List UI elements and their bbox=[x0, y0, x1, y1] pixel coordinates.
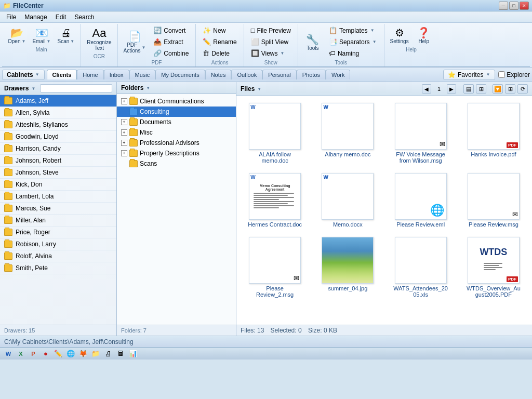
split-view-button[interactable]: ⬜ Split View bbox=[247, 36, 295, 47]
explorer-checkbox-label[interactable]: Explorer bbox=[498, 71, 530, 78]
recognize-text-button[interactable]: Aa RecognizeText bbox=[84, 25, 114, 52]
views-button[interactable]: 🔲 Views ▼ bbox=[247, 48, 295, 59]
folder-item-misc[interactable]: + Misc bbox=[117, 127, 236, 138]
drawer-item-adams-jeff[interactable]: Adams, Jeff bbox=[0, 95, 116, 107]
drawer-item-johnson-robert[interactable]: Johnson, Robert bbox=[0, 155, 116, 167]
folder-expand-professional[interactable]: + bbox=[121, 140, 127, 146]
tab-home[interactable]: Home bbox=[77, 70, 103, 79]
taskbar-calc-icon[interactable]: 🖩 bbox=[115, 349, 126, 358]
email-dropdown-arrow[interactable]: ▼ bbox=[46, 39, 51, 44]
drawers-dropdown-arrow[interactable]: ▼ bbox=[31, 86, 36, 91]
combine-button[interactable]: 🔗 Combine bbox=[150, 48, 192, 59]
rename-button[interactable]: ✏️ Rename bbox=[199, 36, 240, 47]
folder-item-consulting[interactable]: Consulting bbox=[117, 107, 236, 117]
folder-expand-documents[interactable]: + bbox=[121, 119, 127, 125]
naming-button[interactable]: 🏷 Naming bbox=[325, 48, 381, 59]
taskbar-red-icon[interactable]: ● bbox=[41, 349, 51, 358]
delete-button[interactable]: 🗑 Delete bbox=[199, 48, 240, 59]
new-button[interactable]: ✨ New bbox=[199, 25, 240, 36]
tab-photos[interactable]: Photos bbox=[297, 70, 326, 79]
tab-outlook[interactable]: Outlook bbox=[231, 70, 262, 79]
cabinets-dropdown-arrow[interactable]: ▼ bbox=[35, 72, 40, 77]
templates-button[interactable]: 📋 Templates ▼ bbox=[325, 25, 381, 36]
separators-dropdown-arrow[interactable]: ▼ bbox=[372, 39, 377, 44]
file-item-memo-docx[interactable]: W Memo.docx bbox=[313, 170, 382, 230]
tab-work[interactable]: Work bbox=[326, 70, 350, 79]
file-item-fw-voice-message[interactable]: ✉ FW Voice Message from Wilson.msg bbox=[387, 100, 455, 166]
maximize-button[interactable]: □ bbox=[509, 2, 518, 10]
taskbar-powerpoint-icon[interactable]: P bbox=[28, 349, 38, 358]
tab-music[interactable]: Music bbox=[129, 70, 156, 79]
favorites-dropdown-arrow[interactable]: ▼ bbox=[485, 72, 490, 77]
pdf-dropdown-arrow[interactable]: ▼ bbox=[141, 45, 146, 50]
file-item-please-review-msg[interactable]: ✉ Please Review.msg bbox=[459, 170, 528, 230]
file-item-albany-memo[interactable]: W Albany memo.doc bbox=[313, 100, 382, 166]
drawer-item-robison[interactable]: Robison, Larry bbox=[0, 238, 116, 250]
taskbar-folder-icon[interactable]: 📁 bbox=[90, 349, 101, 358]
minimize-button[interactable]: ─ bbox=[499, 2, 508, 10]
menu-search[interactable]: Search bbox=[70, 12, 98, 22]
file-item-summer-04[interactable]: summer_04.jpg bbox=[313, 234, 382, 300]
drawer-item-miller[interactable]: Miller, Alan bbox=[0, 215, 116, 227]
view-small-icon-button[interactable]: ⊞ bbox=[476, 84, 486, 94]
scan-dropdown-arrow[interactable]: ▼ bbox=[70, 39, 75, 44]
open-button[interactable]: 📂 Open ▼ bbox=[5, 25, 29, 46]
taskbar-printer-icon[interactable]: 🖨 bbox=[103, 349, 113, 358]
drawer-item-johnson-steve[interactable]: Johnson, Steve bbox=[0, 167, 116, 179]
help-button[interactable]: ❓ Help bbox=[413, 25, 435, 46]
folder-expand-property[interactable]: + bbox=[121, 150, 127, 156]
tab-my-documents[interactable]: My Documents bbox=[155, 70, 205, 79]
drawer-item-allen-sylvia[interactable]: Allen, Sylvia bbox=[0, 107, 116, 119]
folder-expand-misc[interactable]: + bbox=[121, 129, 127, 136]
convert-button[interactable]: 🔄 Convert bbox=[150, 25, 192, 36]
taskbar-ie-icon[interactable]: 🌐 bbox=[65, 349, 76, 358]
file-item-please-review-2-msg[interactable]: ✉ Please Review_2.msg bbox=[241, 234, 309, 300]
taskbar-firefox-icon[interactable]: 🦊 bbox=[78, 349, 88, 358]
tab-inbox[interactable]: Inbox bbox=[104, 70, 129, 79]
drawer-item-kick[interactable]: Kick, Don bbox=[0, 179, 116, 191]
next-page-button[interactable]: ▶ bbox=[447, 84, 456, 94]
taskbar-chart-icon[interactable]: 📊 bbox=[128, 349, 138, 358]
files-dropdown-arrow[interactable]: ▼ bbox=[257, 87, 262, 91]
cabinets-button[interactable]: Cabinets ▼ bbox=[2, 70, 45, 80]
filter-button[interactable]: 🔽 bbox=[493, 84, 503, 94]
prev-page-button[interactable]: ◀ bbox=[422, 84, 431, 94]
drawer-item-smith[interactable]: Smith, Pete bbox=[0, 262, 116, 274]
folder-item-client-communications[interactable]: + Client Communications bbox=[117, 96, 236, 107]
drawer-item-atteshlis[interactable]: Atteshlis, Stylianos bbox=[0, 119, 116, 131]
menu-manage[interactable]: Manage bbox=[20, 12, 51, 22]
file-item-hermes-contract[interactable]: Memo Consulting Agreement W Hermes Contr… bbox=[241, 170, 309, 230]
taskbar-excel-icon[interactable]: X bbox=[16, 349, 26, 358]
taskbar-edit-icon[interactable]: ✏️ bbox=[53, 349, 63, 358]
explorer-checkbox[interactable] bbox=[498, 71, 505, 78]
views-dropdown-arrow[interactable]: ▼ bbox=[280, 51, 285, 56]
tab-personal[interactable]: Personal bbox=[262, 70, 296, 79]
drawer-item-marcus[interactable]: Marcus, Sue bbox=[0, 203, 116, 215]
open-dropdown-arrow[interactable]: ▼ bbox=[21, 39, 26, 44]
file-preview-button[interactable]: □ File Preview bbox=[247, 25, 295, 36]
folder-expand-client-comms[interactable]: + bbox=[121, 98, 127, 104]
file-item-wats-attendees[interactable]: WATS_Attendees_2005.xls bbox=[387, 234, 455, 300]
file-item-please-review-eml[interactable]: 🌐 Please Review.eml bbox=[387, 170, 455, 230]
folder-item-scans[interactable]: Scans bbox=[117, 158, 236, 169]
drawer-item-price[interactable]: Price, Roger bbox=[0, 227, 116, 238]
folder-item-professional-advisors[interactable]: + Professional Advisors bbox=[117, 138, 236, 148]
folders-dropdown-arrow[interactable]: ▼ bbox=[145, 86, 151, 90]
taskbar-word-icon[interactable]: W bbox=[3, 349, 14, 358]
folder-item-property-descriptions[interactable]: + Property Descriptions bbox=[117, 148, 236, 158]
favorites-button[interactable]: ⭐ Favorites ▼ bbox=[443, 70, 495, 80]
templates-dropdown-arrow[interactable]: ▼ bbox=[370, 28, 375, 33]
settings-button[interactable]: ⚙ Settings bbox=[388, 25, 411, 46]
drawer-item-goodwin[interactable]: Goodwin, Lloyd bbox=[0, 131, 116, 143]
drawers-search-input[interactable] bbox=[40, 84, 112, 92]
file-item-wtds-overview[interactable]: WTDS PDF WTDS_Overview_August2005.PDF bbox=[459, 234, 528, 300]
menu-file[interactable]: File bbox=[2, 12, 20, 22]
file-item-hanks-invoice[interactable]: PDF Hanks Invoice.pdf bbox=[459, 100, 528, 166]
email-button[interactable]: 📧 Email ▼ bbox=[30, 25, 54, 46]
refresh-button[interactable]: ⟳ bbox=[517, 84, 528, 94]
view-large-icon-button[interactable]: ▤ bbox=[463, 84, 474, 94]
extract-button[interactable]: 📤 Extract bbox=[150, 36, 192, 47]
drawer-item-harrison[interactable]: Harrison, Candy bbox=[0, 143, 116, 155]
separators-button[interactable]: 📑 Separators ▼ bbox=[325, 36, 381, 47]
tools-button[interactable]: 🔧 Tools bbox=[301, 32, 324, 52]
